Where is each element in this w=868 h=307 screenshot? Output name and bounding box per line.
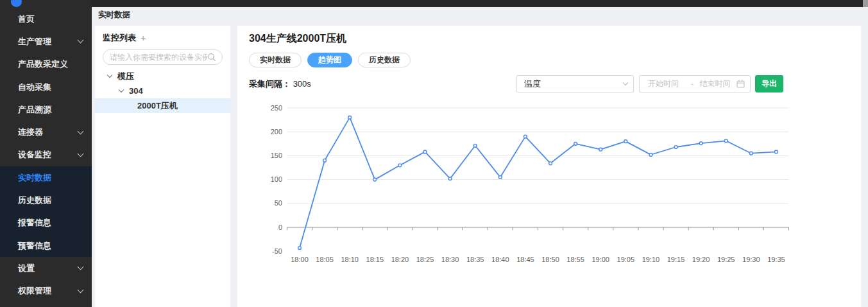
chevron-down-icon[interactable] <box>107 73 112 78</box>
sidebar-item-warning-info[interactable]: 预警信息 <box>0 234 92 257</box>
tab-history-data[interactable]: 历史数据 <box>358 53 411 67</box>
sidebar-item-alarm-info[interactable]: 报警信息 <box>0 212 92 234</box>
axis-tick-label: 19:10 <box>642 256 660 263</box>
axis-tick-label: 19:30 <box>742 256 760 263</box>
sidebar-item-label: 生产管理 <box>18 36 51 48</box>
tab-realtime-data[interactable]: 实时数据 <box>249 53 302 67</box>
calendar-icon <box>736 80 745 88</box>
top-bar <box>0 0 868 7</box>
scrollbar-thumb[interactable] <box>863 0 868 7</box>
sidebar-item-label: 首页 <box>18 13 35 25</box>
axis-tick-label: 18:50 <box>541 256 559 263</box>
sidebar-item-label: 报警信息 <box>18 217 51 229</box>
sidebar-item-connector[interactable]: 连接器 <box>0 121 92 143</box>
sidebar-item-label: 连接器 <box>18 127 43 138</box>
end-time-placeholder[interactable]: 结束时间 <box>694 78 736 89</box>
sidebar-item-settings[interactable]: 设置 <box>0 257 92 279</box>
device-detail-panel: 304生产线2000T压机 实时数据趋势图历史数据 采集间隔： 300s 温度 … <box>237 26 861 307</box>
sidebar-item-product-trace[interactable]: 产品溯源 <box>0 98 92 121</box>
axis-tick-label: 18:40 <box>491 256 509 263</box>
sidebar-menu: 首页生产管理产品数采定义自动采集产品溯源连接器设备监控 <box>0 8 92 166</box>
search-icon[interactable] <box>207 53 216 62</box>
axis-tick-label: 19:05 <box>617 256 635 263</box>
axis-tick-label: 200 <box>271 128 282 136</box>
monitor-list-panel: 监控列表 + 模压3042000T压机 <box>95 26 230 307</box>
data-point <box>749 152 753 155</box>
page-title: 304生产线2000T压机 <box>249 32 346 46</box>
axis-tick-label: 100 <box>271 175 282 183</box>
monitor-list-title: 监控列表 <box>103 32 136 44</box>
axis-tick-label: 18:45 <box>516 256 534 263</box>
data-point <box>649 154 652 157</box>
chevron-down-icon <box>78 150 84 157</box>
device-tree: 模压3042000T压机 <box>95 69 230 113</box>
sidebar-item-label: 实时数据 <box>18 172 51 184</box>
sidebar-item-permission-mgmt[interactable]: 权限管理 <box>0 280 92 303</box>
sidebar-item-home[interactable]: 首页 <box>0 8 92 30</box>
data-point <box>599 148 602 151</box>
add-monitor-button[interactable]: + <box>140 34 146 42</box>
axis-tick-label: 0 <box>278 224 282 231</box>
axis-tick-label: 19:25 <box>717 256 735 263</box>
axis-tick-label: 50 <box>275 199 282 207</box>
tree-item-line-304[interactable]: 304 <box>95 83 230 98</box>
device-search-input[interactable] <box>110 53 207 62</box>
tree-item-label: 模压 <box>117 71 134 82</box>
chevron-down-icon <box>78 37 84 44</box>
tab-trend-chart[interactable]: 趋势图 <box>307 53 352 67</box>
export-button[interactable]: 导出 <box>755 75 783 92</box>
data-point <box>724 139 728 143</box>
data-point <box>423 150 427 154</box>
sidebar-item-auto-collect[interactable]: 自动采集 <box>0 76 92 98</box>
tree-item-label: 2000T压机 <box>137 100 178 112</box>
view-tabs: 实时数据趋势图历史数据 <box>249 53 411 67</box>
metric-select-value: 温度 <box>524 78 541 90</box>
data-point <box>775 150 778 154</box>
trend-chart-svg: -5005010015020025018:0018:0518:1018:1518… <box>237 101 861 288</box>
chevron-down-icon <box>623 80 628 85</box>
data-point <box>498 176 502 179</box>
sidebar-item-product-data-definition[interactable]: 产品数采定义 <box>0 53 92 76</box>
data-point <box>373 178 377 181</box>
axis-tick-label: 19:35 <box>767 256 785 263</box>
chevron-down-icon <box>78 128 84 134</box>
sidebar-item-label: 历史数据 <box>18 195 51 206</box>
sidebar: 首页生产管理产品数采定义自动采集产品溯源连接器设备监控 实时数据历史数据报警信息… <box>0 0 92 307</box>
device-search-box <box>103 49 223 65</box>
data-point <box>398 164 402 167</box>
axis-tick-label: 18:35 <box>466 256 484 263</box>
chevron-down-icon[interactable] <box>119 87 124 92</box>
sidebar-item-history-data[interactable]: 历史数据 <box>0 189 92 211</box>
axis-tick-label: 18:15 <box>366 256 384 263</box>
data-point <box>473 144 477 147</box>
collect-interval: 采集间隔： 300s <box>249 78 311 90</box>
tree-item-2000t-press[interactable]: 2000T压机 <box>95 98 230 113</box>
data-point <box>524 135 527 138</box>
axis-tick-label: -50 <box>272 247 282 255</box>
data-point <box>674 146 677 149</box>
sidebar-item-label: 产品数采定义 <box>18 58 68 70</box>
metric-select[interactable]: 温度 <box>516 75 634 92</box>
chevron-down-icon <box>78 286 84 293</box>
axis-tick-label: 19:00 <box>591 256 609 263</box>
data-point <box>624 140 627 143</box>
axis-tick-label: 19:15 <box>667 256 685 263</box>
axis-tick-label: 250 <box>271 104 282 112</box>
start-time-placeholder[interactable]: 开始时间 <box>648 78 691 89</box>
chevron-down-icon <box>78 264 84 270</box>
breadcrumb: 实时数据 <box>98 10 130 21</box>
sidebar-item-label: 预警信息 <box>18 240 51 252</box>
axis-tick-label: 18:55 <box>566 256 584 263</box>
tree-item-mold-press[interactable]: 模压 <box>95 69 230 83</box>
sidebar-menu-bottom: 设置权限管理 <box>0 257 92 303</box>
data-point <box>298 247 302 250</box>
date-range-picker[interactable]: 开始时间 - 结束时间 <box>639 75 751 92</box>
data-point <box>323 159 327 162</box>
sidebar-item-realtime-data[interactable]: 实时数据 <box>0 166 92 189</box>
sidebar-item-label: 产品溯源 <box>18 104 51 116</box>
data-point <box>549 162 552 165</box>
sidebar-item-device-monitor[interactable]: 设备监控 <box>0 144 92 166</box>
sidebar-submenu-device-monitor: 实时数据历史数据报警信息预警信息 <box>0 166 92 257</box>
sidebar-item-production-mgmt[interactable]: 生产管理 <box>0 30 92 53</box>
axis-tick-label: 18:30 <box>441 256 459 263</box>
